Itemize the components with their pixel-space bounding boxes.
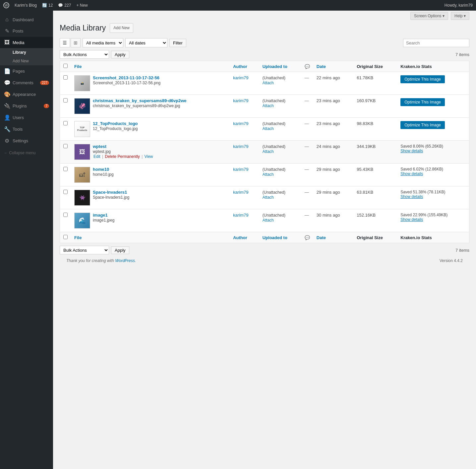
row-checkbox[interactable] bbox=[63, 121, 68, 125]
collapse-menu-item[interactable]: ← Collapse menu bbox=[0, 147, 53, 159]
view-link[interactable]: View bbox=[145, 154, 153, 159]
check-all-checkbox-footer[interactable] bbox=[63, 235, 68, 239]
uploaded-column-header[interactable]: Uploaded to bbox=[259, 61, 301, 72]
comment-cell: — bbox=[301, 141, 313, 164]
screen-options-button[interactable]: Screen Options ▾ bbox=[410, 12, 448, 20]
date-footer-header[interactable]: Date bbox=[313, 232, 353, 243]
wordpress-link[interactable]: WordPress. bbox=[115, 258, 136, 263]
attach-link[interactable]: Attach bbox=[263, 149, 274, 154]
comment-count: — bbox=[305, 98, 309, 103]
date-filter[interactable]: All dates November 2013 bbox=[125, 38, 167, 47]
show-details-link[interactable]: Show details bbox=[400, 217, 466, 222]
uploaded-footer-header[interactable]: Uploaded to bbox=[259, 232, 301, 243]
author-link[interactable]: karim79 bbox=[233, 190, 248, 195]
file-footer-header[interactable]: File bbox=[71, 232, 230, 243]
sidebar-item-comments[interactable]: 💬 Comments 227 bbox=[0, 77, 53, 89]
sidebar-item-pages[interactable]: 📄 Pages bbox=[0, 65, 53, 77]
author-link[interactable]: karim79 bbox=[233, 213, 248, 218]
attach-link[interactable]: Attach bbox=[263, 81, 274, 85]
stats-cell: Optimize This Image bbox=[397, 72, 469, 95]
delete-permanently-link[interactable]: Delete Permanently bbox=[105, 154, 140, 159]
filter-button[interactable]: Filter bbox=[169, 39, 186, 47]
submenu-item-library[interactable]: Library bbox=[0, 48, 53, 57]
file-info: wptest wptest.jpg Edit | Delete Permanen… bbox=[93, 144, 153, 159]
sidebar-item-media[interactable]: 🖼 Media bbox=[0, 37, 53, 48]
file-name-link[interactable]: 12_TopProducts_logo bbox=[93, 121, 138, 126]
wp-logo-item[interactable]: W bbox=[3, 2, 9, 8]
apply-button-top[interactable]: Apply bbox=[111, 51, 129, 58]
author-link[interactable]: karim79 bbox=[233, 121, 248, 126]
sidebar-item-label: Tools bbox=[13, 127, 23, 132]
attach-link[interactable]: Attach bbox=[263, 195, 274, 200]
show-details-link[interactable]: Show details bbox=[400, 149, 466, 153]
file-name-link[interactable]: wptest bbox=[93, 144, 106, 149]
bulk-actions-select-bottom[interactable]: Bulk Actions Delete Permanently bbox=[60, 246, 109, 254]
file-name-link[interactable]: Space-Invaders1 bbox=[93, 190, 127, 195]
sidebar-item-posts[interactable]: ✎ Posts bbox=[0, 25, 53, 37]
comment-footer-header: 💬 bbox=[301, 232, 313, 243]
comments-item[interactable]: 💬 227 bbox=[58, 3, 71, 8]
sidebar-item-settings[interactable]: ⚙ Settings bbox=[0, 135, 53, 147]
author-cell: karim79 bbox=[230, 186, 259, 209]
optimize-button[interactable]: Optimize This Image bbox=[400, 75, 445, 83]
add-new-button[interactable]: Add New bbox=[110, 23, 133, 33]
attach-link[interactable]: Attach bbox=[263, 103, 274, 108]
file-sort-link[interactable]: File bbox=[74, 64, 82, 69]
updates-item[interactable]: 🔄 12 bbox=[42, 3, 53, 8]
comments-nav-icon: 💬 bbox=[4, 80, 10, 86]
date-column-header[interactable]: Date bbox=[313, 61, 353, 72]
row-checkbox[interactable] bbox=[63, 98, 68, 102]
file-column-header[interactable]: File bbox=[71, 61, 230, 72]
optimize-button[interactable]: Optimize This Image bbox=[400, 121, 445, 129]
uploaded-footer-sort-link[interactable]: Uploaded to bbox=[263, 235, 287, 240]
sidebar-item-tools[interactable]: 🔧 Tools bbox=[0, 123, 53, 135]
new-item[interactable]: + New bbox=[76, 3, 88, 8]
row-checkbox[interactable] bbox=[63, 167, 68, 171]
sidebar-item-users[interactable]: 👤 Users bbox=[0, 112, 53, 123]
attach-link[interactable]: Attach bbox=[263, 172, 274, 177]
bulk-actions-select-top[interactable]: Bulk Actions Delete Permanently bbox=[60, 50, 109, 59]
author-footer-sort-link[interactable]: Author bbox=[233, 235, 247, 240]
author-column-header[interactable]: Author bbox=[230, 61, 259, 72]
comment-count: — bbox=[305, 167, 309, 172]
help-button[interactable]: Help ▾ bbox=[451, 12, 469, 20]
row-checkbox-cell bbox=[60, 141, 71, 164]
file-name-link[interactable]: home10 bbox=[93, 167, 109, 172]
attach-link[interactable]: Attach bbox=[263, 126, 274, 131]
file-name-link[interactable]: Screenshot_2013-11-10-17-32-56 bbox=[93, 75, 159, 80]
apply-button-bottom[interactable]: Apply bbox=[111, 246, 129, 254]
file-name-link[interactable]: image1 bbox=[93, 213, 108, 218]
list-view-button[interactable]: ☰ bbox=[60, 38, 70, 47]
file-footer-sort-link[interactable]: File bbox=[74, 235, 82, 240]
sidebar-item-dashboard[interactable]: ⌂ Dashboard bbox=[0, 14, 53, 25]
show-details-link[interactable]: Show details bbox=[400, 194, 466, 199]
row-checkbox[interactable] bbox=[63, 213, 68, 217]
author-link[interactable]: karim79 bbox=[233, 75, 248, 80]
date-footer-sort-link[interactable]: Date bbox=[317, 235, 326, 240]
date-sort-link[interactable]: Date bbox=[317, 64, 326, 69]
sidebar-item-appearance[interactable]: 🎨 Appearance bbox=[0, 89, 53, 100]
author-link[interactable]: karim79 bbox=[233, 144, 248, 149]
edit-link[interactable]: Edit bbox=[93, 154, 100, 159]
row-checkbox[interactable] bbox=[63, 144, 68, 148]
optimize-button[interactable]: Optimize This Image bbox=[400, 98, 445, 106]
uploaded-sort-link[interactable]: Uploaded to bbox=[263, 64, 287, 69]
author-link[interactable]: karim79 bbox=[233, 98, 248, 103]
author-sort-link[interactable]: Author bbox=[233, 64, 247, 69]
row-checkbox[interactable] bbox=[63, 75, 68, 80]
site-name-item[interactable]: Karim's Blog bbox=[15, 3, 37, 8]
author-footer-header[interactable]: Author bbox=[230, 232, 259, 243]
media-type-filter[interactable]: All media items Images Audio Video Unatt… bbox=[83, 38, 123, 47]
attach-link[interactable]: Attach bbox=[263, 218, 274, 223]
row-checkbox[interactable] bbox=[63, 190, 68, 194]
author-link[interactable]: karim79 bbox=[233, 167, 248, 172]
file-name-link[interactable]: christmas_kraken_by_supersams89-d6vp2we bbox=[93, 98, 187, 103]
submenu-item-add-new[interactable]: Add New bbox=[0, 57, 53, 65]
sidebar-item-plugins[interactable]: 🔌 Plugins 7 bbox=[0, 100, 53, 112]
show-details-link[interactable]: Show details bbox=[400, 171, 466, 176]
attachment-status: (Unattached) bbox=[263, 190, 285, 195]
file-filename: home10.jpg bbox=[93, 172, 114, 177]
search-input[interactable] bbox=[403, 39, 469, 47]
check-all-checkbox[interactable] bbox=[63, 64, 68, 68]
grid-view-button[interactable]: ⊞ bbox=[71, 38, 81, 47]
